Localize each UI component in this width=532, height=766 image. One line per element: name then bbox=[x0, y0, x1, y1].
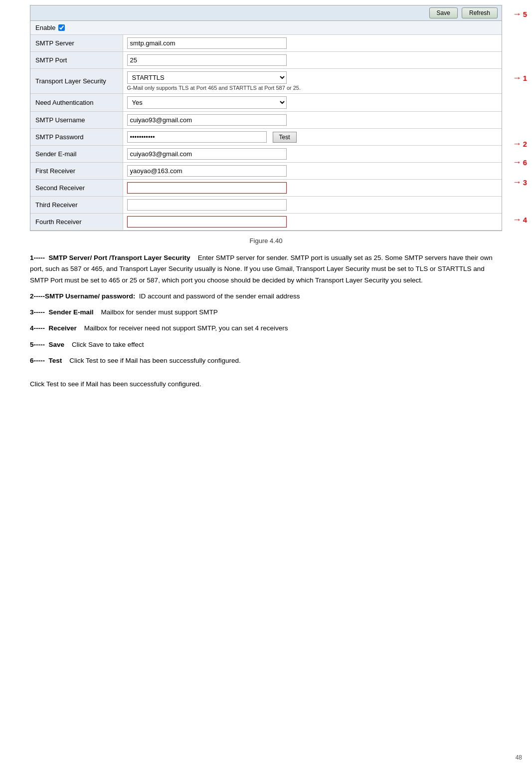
panel-wrapper: Save Refresh Enable SMTP Server bbox=[30, 5, 502, 231]
smtp-password-label: SMTP Password bbox=[30, 129, 123, 146]
first-receiver-label: First Receiver bbox=[30, 163, 123, 180]
sender-email-input[interactable] bbox=[127, 148, 287, 160]
final-para: Click Test to see if Mail has been succe… bbox=[30, 379, 502, 390]
table-row: Fourth Receiver bbox=[30, 214, 502, 231]
para3-bold1: 3----- bbox=[30, 308, 45, 316]
smtp-username-cell bbox=[123, 112, 502, 129]
para6-bold2: Test bbox=[49, 357, 62, 364]
para1-bold2: SMTP Server/ Port /Transport Layer Secur… bbox=[49, 254, 190, 261]
third-receiver-label: Third Receiver bbox=[30, 197, 123, 214]
table-row: Second Receiver bbox=[30, 180, 502, 197]
para3-bold2: Sender E-mail bbox=[49, 308, 94, 316]
auth-cell: Yes No bbox=[123, 94, 502, 112]
annotation-4: 4 bbox=[513, 215, 527, 225]
annotation-6: 6 bbox=[513, 157, 527, 168]
para-6: 6----- Test Click Test to see if Mail ha… bbox=[30, 355, 502, 366]
fourth-receiver-label: Fourth Receiver bbox=[30, 214, 123, 231]
smtp-username-input[interactable] bbox=[127, 114, 287, 126]
second-receiver-input[interactable] bbox=[127, 182, 287, 194]
first-receiver-input[interactable] bbox=[127, 165, 287, 177]
save-button[interactable]: Save bbox=[429, 7, 458, 18]
tls-cell: STARTTLS None TLS G-Mail only supports T… bbox=[123, 69, 502, 94]
para-5: 5----- Save Click Save to take effect bbox=[30, 339, 502, 350]
sender-email-cell bbox=[123, 146, 502, 163]
para5-bold2: Save bbox=[49, 341, 65, 348]
para6-bold1: 6----- bbox=[30, 357, 45, 364]
second-receiver-cell bbox=[123, 180, 502, 197]
annotation-3: 3 bbox=[513, 177, 527, 188]
third-receiver-cell bbox=[123, 197, 502, 214]
para-3: 3----- Sender E-mail Mailbox for sender … bbox=[30, 307, 502, 318]
table-row: SMTP Username bbox=[30, 112, 502, 129]
tls-label: Transport Layer Security bbox=[30, 69, 123, 94]
first-receiver-cell bbox=[123, 163, 502, 180]
smtp-server-label: SMTP Server bbox=[30, 35, 123, 52]
smtp-server-cell bbox=[123, 35, 502, 52]
auth-label: Need Authentication bbox=[30, 94, 123, 112]
para4-bold1: 4----- bbox=[30, 324, 45, 332]
refresh-button[interactable]: Refresh bbox=[462, 7, 498, 18]
para-4: 4----- Receiver Mailbox for receiver nee… bbox=[30, 323, 502, 334]
enable-label: Enable bbox=[35, 24, 55, 31]
smtp-password-cell: Test bbox=[123, 129, 502, 145]
table-row: Need Authentication Yes No bbox=[30, 94, 502, 112]
table-row: Transport Layer Security STARTTLS None T… bbox=[30, 69, 502, 94]
top-bar: Save Refresh bbox=[30, 5, 502, 21]
para2-bold: 2-----SMTP Username/ password: bbox=[30, 292, 135, 300]
figure-caption: Figure 4.40 bbox=[30, 237, 502, 245]
smtp-username-label: SMTP Username bbox=[30, 112, 123, 129]
smtp-port-cell bbox=[123, 52, 502, 69]
para-2: 2-----SMTP Username/ password: ID accoun… bbox=[30, 291, 502, 302]
enable-row: Enable bbox=[30, 21, 502, 35]
form-table: SMTP Server SMTP Port Transport Layer Se… bbox=[30, 35, 502, 231]
annotation-2: 2 bbox=[513, 139, 527, 149]
smtp-password-input[interactable] bbox=[127, 131, 267, 143]
table-row: Sender E-mail bbox=[30, 146, 502, 163]
para4-bold2: Receiver bbox=[49, 324, 77, 332]
para-1: 1----- SMTP Server/ Port /Transport Laye… bbox=[30, 253, 502, 286]
tls-hint: G-Mail only supports TLS at Port 465 and… bbox=[127, 85, 498, 91]
tls-select[interactable]: STARTTLS None TLS bbox=[127, 71, 287, 84]
annotation-1: 1 bbox=[513, 73, 527, 83]
sender-email-label: Sender E-mail bbox=[30, 146, 123, 163]
second-receiver-label: Second Receiver bbox=[30, 180, 123, 197]
table-row: SMTP Server bbox=[30, 35, 502, 52]
fourth-receiver-cell bbox=[123, 214, 502, 231]
third-receiver-input[interactable] bbox=[127, 199, 287, 211]
table-row: First Receiver bbox=[30, 163, 502, 180]
para5-bold1: 5----- bbox=[30, 341, 45, 348]
auth-select[interactable]: Yes No bbox=[127, 96, 287, 109]
annotation-5: 5 bbox=[513, 9, 527, 19]
smtp-server-input[interactable] bbox=[127, 37, 287, 49]
smtp-port-label: SMTP Port bbox=[30, 52, 123, 69]
fourth-receiver-input[interactable] bbox=[127, 216, 287, 228]
page-container: Save Refresh Enable SMTP Server bbox=[0, 0, 532, 766]
table-row: Third Receiver bbox=[30, 197, 502, 214]
form-panel: Save Refresh Enable SMTP Server bbox=[30, 5, 502, 231]
smtp-port-input[interactable] bbox=[127, 54, 287, 66]
test-button[interactable]: Test bbox=[273, 132, 297, 143]
table-row: SMTP Port bbox=[30, 52, 502, 69]
page-number: 48 bbox=[516, 754, 522, 761]
enable-checkbox[interactable] bbox=[58, 24, 65, 31]
table-row: SMTP Password Test bbox=[30, 129, 502, 146]
para1-bold1: 1----- bbox=[30, 254, 45, 261]
